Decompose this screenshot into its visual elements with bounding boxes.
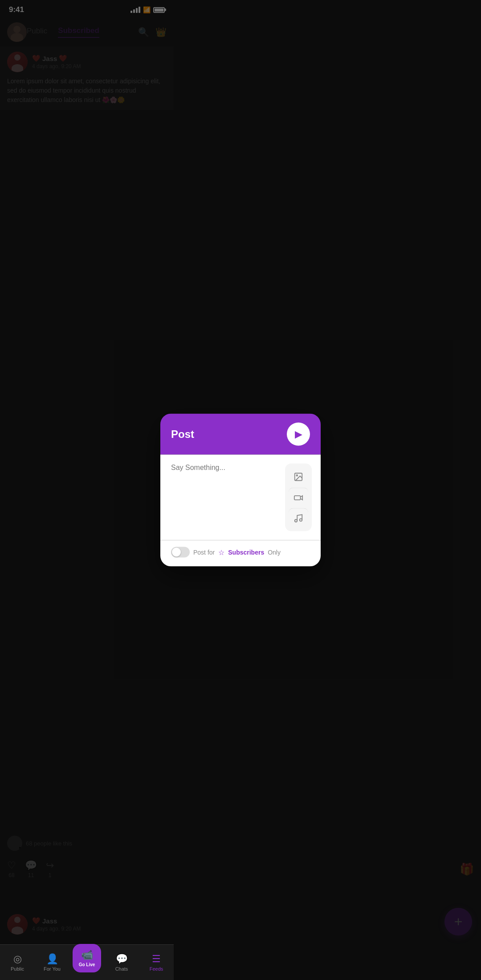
modal-overlay — [0, 0, 174, 353]
